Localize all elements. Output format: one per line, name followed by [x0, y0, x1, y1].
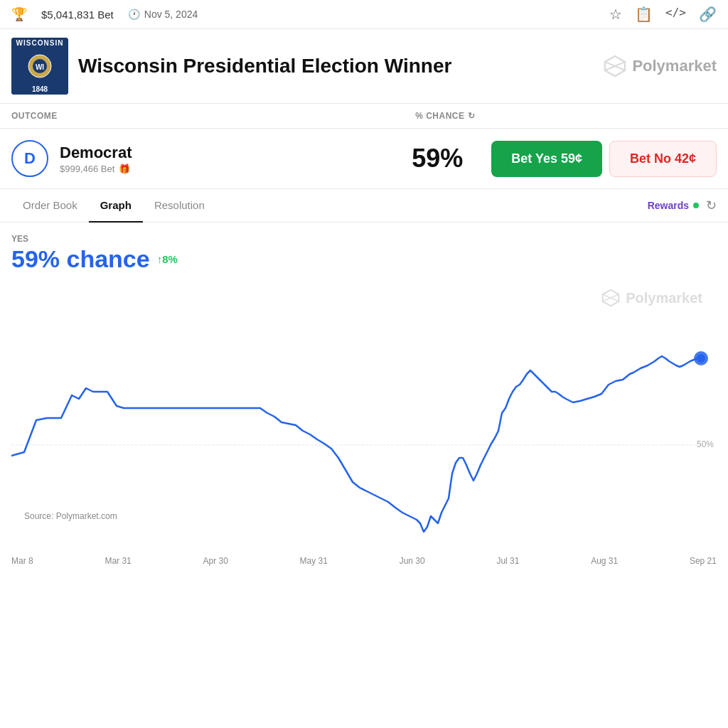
x-label-apr30: Apr 30: [203, 556, 228, 566]
democrat-name: Democrat: [60, 144, 383, 162]
bet-no-button[interactable]: Bet No 42¢: [609, 141, 717, 177]
outcome-col-label: OUTCOME: [11, 111, 415, 121]
svg-point-11: [697, 354, 705, 363]
chart-wrapper: Polymarket 50% Source: Polymarket.com: [11, 282, 717, 580]
header-icons: ☆ 📋 </> 🔗: [609, 6, 717, 23]
tab-resolution[interactable]: Resolution: [143, 189, 216, 223]
bet-buttons: Bet Yes 59¢ Bet No 42¢: [491, 141, 717, 177]
polymarket-name: Polymarket: [632, 57, 717, 75]
clock-icon: 🕐: [128, 9, 140, 20]
date-label: Nov 5, 2024: [144, 9, 198, 20]
tab-graph[interactable]: Graph: [89, 189, 143, 223]
tabs-bar: Order Book Graph Resolution Rewards ↻: [0, 189, 728, 223]
price-chart-svg: [11, 282, 715, 545]
date-info: 🕐 Nov 5, 2024: [128, 9, 198, 20]
chance-col-label: % CHANCE ↻: [415, 111, 475, 121]
x-label-mar8: Mar 8: [11, 556, 33, 566]
state-name: WISCONSIN: [11, 38, 68, 48]
democrat-outcome-row: D Democrat $999,466 Bet 🎁 59% Bet Yes 59…: [0, 129, 728, 189]
outcome-header: OUTCOME % CHANCE ↻: [0, 104, 728, 129]
chart-svg-wrapper: 50% Source: Polymarket.com: [11, 282, 717, 552]
democrat-bet: $999,466 Bet 🎁: [60, 164, 383, 174]
chart-pct-value: 59% chance: [11, 245, 150, 273]
star-icon[interactable]: ☆: [609, 6, 622, 23]
bet-amount: $5,041,831 Bet: [41, 9, 114, 21]
chart-refresh-icon[interactable]: ↻: [706, 198, 717, 213]
x-label-jul31: Jul 31: [496, 556, 519, 566]
flag-year: 1848: [11, 84, 68, 95]
link-icon[interactable]: 🔗: [699, 6, 717, 23]
state-flag: WISCONSIN WI 1848: [11, 38, 68, 95]
document-icon[interactable]: 📋: [635, 6, 653, 23]
fifty-pct-label: 50%: [697, 439, 714, 449]
x-label-aug31: Aug 31: [591, 556, 618, 566]
democrat-chance-pct: 59%: [395, 144, 480, 173]
source-label: Source: Polymarket.com: [18, 509, 123, 523]
trophy-icon: 🏆: [11, 6, 27, 22]
rewards-dot: [693, 203, 699, 208]
market-header: WISCONSIN WI 1848 Wisconsin Presidential…: [0, 29, 728, 104]
flag-emblem: WI: [11, 48, 68, 84]
x-label-may31: May 31: [300, 556, 328, 566]
rewards-label: Rewards: [648, 200, 689, 211]
chart-container: YES 59% chance ↑8% Polymarket 50%: [0, 223, 728, 580]
x-label-mar31: Mar 31: [105, 556, 131, 566]
chart-change: ↑8%: [157, 253, 178, 265]
democrat-info: Democrat $999,466 Bet 🎁: [60, 144, 383, 174]
tab-order-book[interactable]: Order Book: [11, 189, 89, 223]
svg-text:WI: WI: [36, 63, 44, 71]
bet-yes-button[interactable]: Bet Yes 59¢: [491, 141, 602, 177]
chart-yes-label: YES: [11, 234, 717, 244]
democrat-icon: D: [11, 140, 48, 177]
title-section: Wisconsin Presidential Election Winner: [78, 54, 594, 78]
market-title: Wisconsin Presidential Election Winner: [78, 54, 594, 78]
polymarket-logo-icon: [604, 55, 626, 77]
gift-icon: 🎁: [119, 164, 130, 174]
x-label-sep21: Sep 21: [690, 556, 717, 566]
code-icon[interactable]: </>: [665, 6, 686, 23]
polymarket-logo: Polymarket: [604, 55, 717, 77]
chance-refresh-icon[interactable]: ↻: [468, 111, 476, 121]
x-label-jun30: Jun 30: [400, 556, 425, 566]
top-bar: 🏆 $5,041,831 Bet 🕐 Nov 5, 2024 ☆ 📋 </> 🔗: [0, 0, 728, 29]
rewards-button[interactable]: Rewards: [648, 200, 699, 211]
bet-info: 🏆 $5,041,831 Bet 🕐 Nov 5, 2024: [11, 6, 198, 22]
chart-pct-line: 59% chance ↑8%: [11, 245, 717, 273]
x-axis: Mar 8 Mar 31 Apr 30 May 31 Jun 30 Jul 31…: [11, 552, 717, 566]
